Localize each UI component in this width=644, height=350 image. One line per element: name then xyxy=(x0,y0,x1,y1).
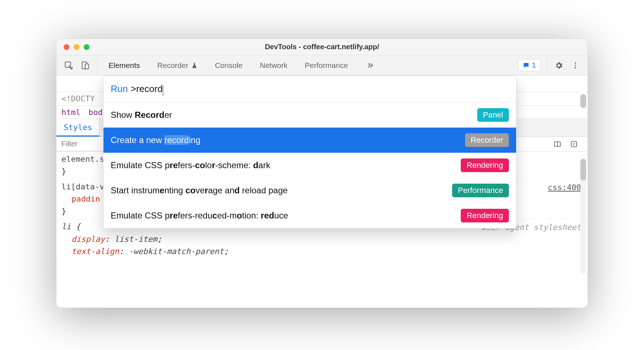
command-item-badge: Recorder xyxy=(465,133,509,147)
command-results: Show RecorderPanelCreate a new recording… xyxy=(104,102,516,228)
svg-point-5 xyxy=(575,67,576,68)
issues-count: 1 xyxy=(532,61,536,69)
command-input-row[interactable]: Run >record xyxy=(104,76,516,102)
command-item-badge: Rendering xyxy=(461,158,509,172)
tab-label: Network xyxy=(260,61,288,70)
window-titlebar: DevTools - coffee-cart.netlify.app/ xyxy=(56,39,588,55)
tab-network[interactable]: Network xyxy=(260,61,288,70)
tab-label: Elements xyxy=(109,61,140,70)
issues-icon xyxy=(523,62,530,69)
settings-icon[interactable] xyxy=(554,60,564,70)
command-item-badge: Performance xyxy=(452,184,509,197)
css-value: list-item xyxy=(114,235,157,244)
command-item-label: Emulate CSS prefers-color-scheme: dark xyxy=(111,160,270,170)
divider xyxy=(547,59,547,72)
command-item-badge: Panel xyxy=(477,108,509,122)
breadcrumb-item[interactable]: bod xyxy=(88,108,103,117)
text-caret xyxy=(163,86,164,96)
device-toolbar-icon[interactable] xyxy=(80,60,90,70)
css-source-link[interactable]: css:400 xyxy=(548,181,581,194)
command-item-label: Start instrumenting coverage and reload … xyxy=(111,185,288,195)
breadcrumb-item[interactable]: html xyxy=(61,108,80,117)
css-property: paddin xyxy=(72,194,100,203)
css-property: text-align xyxy=(72,247,119,256)
main-panel: <!DOCTY html bod Styles xyxy=(56,75,588,308)
command-item-label: Create a new recording xyxy=(111,135,200,145)
tab-label: Console xyxy=(215,61,243,70)
tab-styles[interactable]: Styles xyxy=(56,119,100,137)
maximize-window-button[interactable] xyxy=(84,44,89,50)
svg-point-3 xyxy=(575,62,576,64)
tab-label: Performance xyxy=(305,61,348,70)
scrollbar[interactable] xyxy=(580,159,586,274)
tab-console[interactable]: Console xyxy=(215,61,243,70)
tab-recorder[interactable]: Recorder xyxy=(157,61,198,70)
tab-elements[interactable]: Elements xyxy=(109,61,140,70)
command-item-label: Emulate CSS prefers-reduced-motion: redu… xyxy=(111,211,288,221)
devtools-tabbar: Elements Recorder Console Network Perfor… xyxy=(56,55,588,75)
kebab-menu-icon[interactable] xyxy=(570,60,580,70)
inspect-element-icon[interactable] xyxy=(64,60,74,70)
svg-rect-2 xyxy=(85,64,89,69)
command-item[interactable]: Start instrumenting coverage and reload … xyxy=(104,178,516,203)
css-selector: li { xyxy=(61,222,80,231)
window-title: DevTools - coffee-cart.netlify.app/ xyxy=(56,43,588,51)
command-palette: Run >record Show RecorderPanelCreate a n… xyxy=(103,75,516,229)
scrollbar[interactable] xyxy=(580,94,586,109)
traffic-lights xyxy=(56,44,89,50)
command-query: >record xyxy=(131,83,163,95)
command-item[interactable]: Emulate CSS prefers-color-scheme: darkRe… xyxy=(104,153,516,178)
tab-label: Recorder xyxy=(157,61,188,70)
minimize-window-button[interactable] xyxy=(74,44,79,50)
issues-badge[interactable]: 1 xyxy=(518,59,540,71)
command-prefix: Run xyxy=(111,83,128,95)
devtools-window: DevTools - coffee-cart.netlify.app/ xyxy=(56,38,588,308)
command-item-badge: Rendering xyxy=(461,209,509,222)
toggle-computed-icon[interactable] xyxy=(569,139,579,149)
command-item[interactable]: Emulate CSS prefers-reduced-motion: redu… xyxy=(104,203,516,228)
flask-icon xyxy=(191,62,198,69)
css-property: display xyxy=(72,235,105,244)
toggle-classes-icon[interactable] xyxy=(552,139,562,149)
css-value: -webkit-match-parent xyxy=(129,247,224,256)
command-item-label: Show Recorder xyxy=(111,110,172,120)
command-item[interactable]: Show RecorderPanel xyxy=(104,102,516,128)
svg-point-4 xyxy=(575,65,576,66)
tab-performance[interactable]: Performance xyxy=(305,61,348,70)
close-window-button[interactable] xyxy=(64,44,69,50)
css-selector: li[data-v xyxy=(61,182,104,191)
css-selector: element.s xyxy=(61,155,104,164)
more-tabs-icon[interactable] xyxy=(365,60,375,70)
command-item[interactable]: Create a new recordingRecorder xyxy=(104,128,516,153)
